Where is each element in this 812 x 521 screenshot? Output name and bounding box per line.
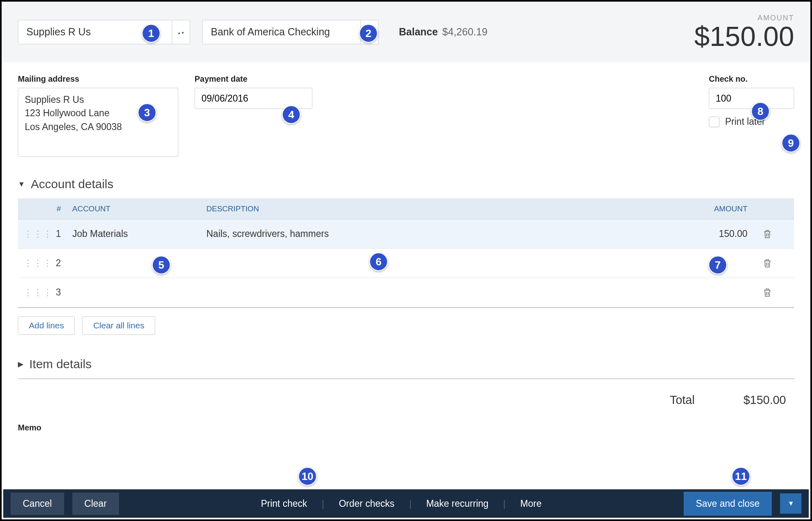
annotation-badge: 11 <box>732 467 750 486</box>
total-value: $150.00 <box>743 393 786 407</box>
annotation-badge: 4 <box>282 105 301 124</box>
table-row[interactable]: ⋮⋮⋮ 3 <box>18 278 794 307</box>
amount-display: AMOUNT $150.00 <box>694 14 794 50</box>
trash-icon <box>763 288 772 297</box>
cancel-button[interactable]: Cancel <box>11 493 64 515</box>
row-amount[interactable]: 150.00 <box>660 228 753 239</box>
payment-date-label: Payment date <box>195 74 312 84</box>
print-later-checkbox[interactable] <box>709 117 719 127</box>
memo-field: Memo <box>18 423 794 432</box>
check-number-input[interactable] <box>709 88 794 109</box>
annotation-badge: 6 <box>369 252 388 271</box>
payee-select[interactable]: Supplies R Us <box>18 20 190 44</box>
main-content: Mailing address Supplies R Us 123 Hollyw… <box>2 62 810 432</box>
item-details-toggle[interactable]: ▶ Item details <box>18 357 794 371</box>
updown-icon <box>178 28 185 36</box>
balance-display: Balance $4,260.19 <box>399 26 487 38</box>
col-account: ACCOUNT <box>67 204 201 213</box>
row-number: 3 <box>40 287 67 298</box>
delete-row-button[interactable] <box>753 229 782 239</box>
caret-down-icon: ▼ <box>18 180 25 189</box>
save-and-close-button[interactable]: Save and close <box>684 492 772 516</box>
more-link[interactable]: More <box>506 494 556 513</box>
col-amount: AMOUNT <box>660 204 753 213</box>
annotation-badge: 5 <box>152 256 171 274</box>
drag-handle-icon[interactable]: ⋮⋮⋮ <box>18 259 40 268</box>
make-recurring-link[interactable]: Make recurring <box>411 494 503 513</box>
trash-icon <box>763 258 772 268</box>
row-account[interactable]: Job Materials <box>67 228 201 239</box>
row-number: 2 <box>40 258 67 269</box>
amount-value: $150.00 <box>694 22 794 50</box>
drag-handle-icon[interactable]: ⋮⋮⋮ <box>18 230 40 239</box>
annotation-badge: 9 <box>782 134 800 152</box>
annotation-badge: 2 <box>359 24 378 43</box>
col-number: # <box>40 204 67 213</box>
item-details-section: ▶ Item details <box>18 357 794 379</box>
total-row: Total $150.00 <box>18 393 794 407</box>
save-dropdown-button[interactable]: ▼ <box>780 493 801 514</box>
caret-right-icon: ▶ <box>18 360 24 369</box>
print-check-link[interactable]: Print check <box>246 494 322 513</box>
account-details-table: # ACCOUNT DESCRIPTION AMOUNT ⋮⋮⋮ 1 Job M… <box>18 198 794 308</box>
account-details-title: Account details <box>31 177 113 191</box>
bank-account-select[interactable]: Bank of America Checking <box>202 20 379 44</box>
account-details-section: ▼ Account details # ACCOUNT DESCRIPTION … <box>18 177 794 335</box>
annotation-badge: 1 <box>142 24 160 43</box>
drag-handle-icon[interactable]: ⋮⋮⋮ <box>18 288 40 297</box>
trash-icon <box>763 229 772 239</box>
row-description[interactable]: Nails, screwdrivers, hammers <box>201 228 660 239</box>
mailing-address-label: Mailing address <box>18 74 178 84</box>
annotation-badge: 8 <box>751 102 770 121</box>
row-number: 1 <box>40 228 67 239</box>
delete-row-button[interactable] <box>753 288 782 297</box>
check-number-label: Check no. <box>709 74 794 84</box>
col-description: DESCRIPTION <box>201 204 660 213</box>
clear-all-lines-button[interactable]: Clear all lines <box>82 316 155 335</box>
clear-button[interactable]: Clear <box>72 493 119 515</box>
add-lines-button[interactable]: Add lines <box>18 316 75 335</box>
balance-value: $4,260.19 <box>442 26 487 37</box>
footer-bar: Cancel Clear Print check | Order checks … <box>3 489 809 518</box>
total-label: Total <box>670 393 695 407</box>
delete-row-button[interactable] <box>753 258 782 268</box>
payee-dropdown-button[interactable] <box>172 20 190 44</box>
annotation-badge: 10 <box>298 467 317 486</box>
order-checks-link[interactable]: Order checks <box>324 494 409 513</box>
annotation-badge: 7 <box>708 256 727 274</box>
annotation-badge: 3 <box>138 103 156 122</box>
table-header: # ACCOUNT DESCRIPTION AMOUNT <box>18 198 794 219</box>
print-later-option[interactable]: Print later <box>709 116 794 127</box>
bank-account-value[interactable]: Bank of America Checking <box>202 20 361 44</box>
table-row[interactable]: ⋮⋮⋮ 2 <box>18 249 794 278</box>
item-details-title: Item details <box>29 357 91 371</box>
header-bar: Supplies R Us Bank of America Checking B… <box>2 2 810 62</box>
account-details-toggle[interactable]: ▼ Account details <box>18 177 794 191</box>
table-row[interactable]: ⋮⋮⋮ 1 Job Materials Nails, screwdrivers,… <box>18 219 794 249</box>
mailing-address-input[interactable]: Supplies R Us 123 Hollywood Lane Los Ang… <box>18 88 178 157</box>
memo-label: Memo <box>18 423 794 432</box>
balance-label: Balance <box>399 26 438 37</box>
